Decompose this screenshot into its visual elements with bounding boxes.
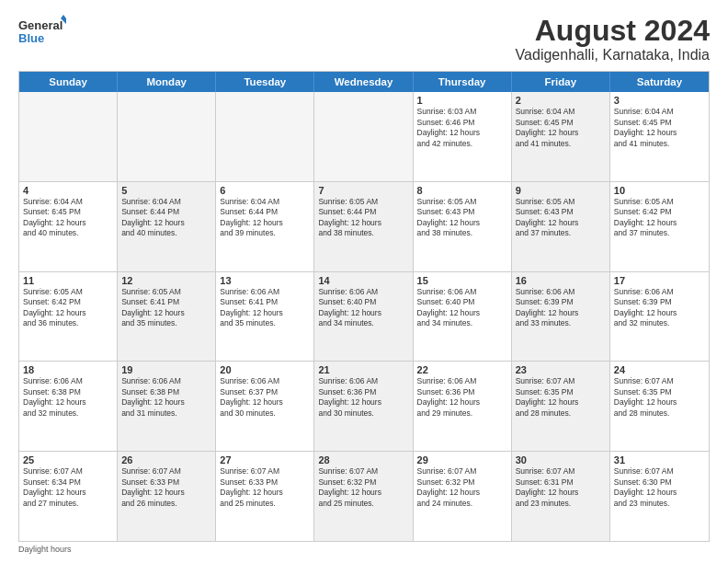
calendar-cell: 26Sunrise: 6:07 AM Sunset: 6:33 PM Dayli… [118,452,216,541]
calendar-cell: 29Sunrise: 6:07 AM Sunset: 6:32 PM Dayli… [414,452,512,541]
day-number: 12 [121,275,211,286]
day-info: Sunrise: 6:04 AM Sunset: 6:45 PM Dayligh… [516,107,606,149]
day-number: 24 [614,364,705,375]
day-number: 3 [614,95,705,106]
day-number: 20 [220,364,310,375]
calendar-week-row: 1Sunrise: 6:03 AM Sunset: 6:46 PM Daylig… [19,92,709,182]
day-number: 9 [516,185,606,196]
day-number: 29 [417,454,507,465]
calendar-cell: 18Sunrise: 6:06 AM Sunset: 6:38 PM Dayli… [19,362,118,451]
calendar-cell: 11Sunrise: 6:05 AM Sunset: 6:42 PM Dayli… [19,272,118,362]
calendar-cell: 3Sunrise: 6:04 AM Sunset: 6:45 PM Daylig… [610,92,709,181]
calendar-cell [19,92,118,181]
calendar-cell: 1Sunrise: 6:03 AM Sunset: 6:46 PM Daylig… [414,92,512,181]
calendar-cell: 17Sunrise: 6:06 AM Sunset: 6:39 PM Dayli… [610,272,709,362]
calendar-week-row: 25Sunrise: 6:07 AM Sunset: 6:34 PM Dayli… [19,452,709,541]
day-info: Sunrise: 6:05 AM Sunset: 6:43 PM Dayligh… [516,197,606,239]
calendar-cell: 30Sunrise: 6:07 AM Sunset: 6:31 PM Dayli… [512,452,610,541]
day-number: 21 [318,364,408,375]
day-number: 4 [23,185,113,196]
weekday-header: Monday [118,72,216,92]
day-info: Sunrise: 6:06 AM Sunset: 6:38 PM Dayligh… [121,376,211,419]
day-number: 26 [121,454,211,465]
day-info: Sunrise: 6:07 AM Sunset: 6:32 PM Dayligh… [318,466,408,509]
day-number: 17 [614,275,705,286]
calendar-cell: 22Sunrise: 6:06 AM Sunset: 6:36 PM Dayli… [414,362,512,451]
calendar: SundayMondayTuesdayWednesdayThursdayFrid… [18,71,710,542]
day-number: 19 [121,364,211,375]
calendar-cell: 19Sunrise: 6:06 AM Sunset: 6:38 PM Dayli… [118,362,216,451]
day-number: 22 [417,364,507,375]
svg-marker-2 [61,15,66,18]
day-info: Sunrise: 6:05 AM Sunset: 6:41 PM Dayligh… [121,287,211,329]
weekday-header: Thursday [414,72,512,92]
day-number: 11 [23,275,113,286]
day-number: 23 [516,364,606,375]
day-info: Sunrise: 6:07 AM Sunset: 6:31 PM Dayligh… [516,466,606,509]
day-info: Sunrise: 6:07 AM Sunset: 6:35 PM Dayligh… [614,376,705,419]
calendar-cell: 14Sunrise: 6:06 AM Sunset: 6:40 PM Dayli… [314,272,413,362]
day-info: Sunrise: 6:06 AM Sunset: 6:37 PM Dayligh… [220,376,310,419]
footer-note: Daylight hours [18,545,710,554]
day-info: Sunrise: 6:06 AM Sunset: 6:41 PM Dayligh… [220,287,310,329]
weekday-header: Saturday [610,72,709,92]
calendar-cell: 27Sunrise: 6:07 AM Sunset: 6:33 PM Dayli… [216,452,314,541]
day-info: Sunrise: 6:03 AM Sunset: 6:46 PM Dayligh… [417,107,507,149]
calendar-cell: 9Sunrise: 6:05 AM Sunset: 6:43 PM Daylig… [512,182,610,271]
svg-text:Blue: Blue [18,31,44,45]
calendar-cell [118,92,216,181]
day-number: 18 [23,364,113,375]
calendar-cell: 20Sunrise: 6:06 AM Sunset: 6:37 PM Dayli… [216,362,314,451]
day-info: Sunrise: 6:06 AM Sunset: 6:36 PM Dayligh… [318,376,408,419]
day-info: Sunrise: 6:04 AM Sunset: 6:45 PM Dayligh… [614,107,705,149]
day-info: Sunrise: 6:07 AM Sunset: 6:34 PM Dayligh… [23,466,113,509]
title-block: August 2024 Vadigenhalli, Karnataka, Ind… [516,15,710,63]
day-info: Sunrise: 6:04 AM Sunset: 6:44 PM Dayligh… [220,197,310,239]
day-info: Sunrise: 6:06 AM Sunset: 6:39 PM Dayligh… [614,287,705,329]
page: General Blue August 2024 Vadigenhalli, K… [0,0,728,563]
day-number: 8 [417,185,507,196]
day-info: Sunrise: 6:07 AM Sunset: 6:30 PM Dayligh… [614,466,705,509]
day-number: 6 [220,185,310,196]
day-info: Sunrise: 6:05 AM Sunset: 6:42 PM Dayligh… [23,287,113,329]
calendar-cell: 16Sunrise: 6:06 AM Sunset: 6:39 PM Dayli… [512,272,610,362]
calendar-cell: 7Sunrise: 6:05 AM Sunset: 6:44 PM Daylig… [314,182,413,271]
svg-text:General: General [18,18,63,32]
calendar-cell [216,92,314,181]
calendar-cell: 31Sunrise: 6:07 AM Sunset: 6:30 PM Dayli… [610,452,709,541]
calendar-cell: 21Sunrise: 6:06 AM Sunset: 6:36 PM Dayli… [314,362,413,451]
day-number: 13 [220,275,310,286]
day-info: Sunrise: 6:06 AM Sunset: 6:38 PM Dayligh… [23,376,113,419]
day-info: Sunrise: 6:05 AM Sunset: 6:44 PM Dayligh… [318,197,408,239]
day-info: Sunrise: 6:07 AM Sunset: 6:32 PM Dayligh… [417,466,507,509]
page-title: August 2024 [516,15,710,47]
weekday-header: Sunday [19,72,118,92]
header: General Blue August 2024 Vadigenhalli, K… [18,15,710,63]
calendar-header: SundayMondayTuesdayWednesdayThursdayFrid… [19,72,709,92]
day-info: Sunrise: 6:05 AM Sunset: 6:43 PM Dayligh… [417,197,507,239]
day-number: 2 [516,95,606,106]
day-info: Sunrise: 6:05 AM Sunset: 6:42 PM Dayligh… [614,197,705,239]
page-subtitle: Vadigenhalli, Karnataka, India [516,47,710,63]
calendar-cell: 23Sunrise: 6:07 AM Sunset: 6:35 PM Dayli… [512,362,610,451]
day-number: 1 [417,95,507,106]
calendar-week-row: 18Sunrise: 6:06 AM Sunset: 6:38 PM Dayli… [19,362,709,452]
calendar-cell [314,92,413,181]
day-info: Sunrise: 6:07 AM Sunset: 6:33 PM Dayligh… [121,466,211,509]
calendar-body: 1Sunrise: 6:03 AM Sunset: 6:46 PM Daylig… [19,92,709,541]
day-number: 15 [417,275,507,286]
day-info: Sunrise: 6:06 AM Sunset: 6:36 PM Dayligh… [417,376,507,419]
weekday-header: Wednesday [314,72,413,92]
weekday-header: Friday [512,72,610,92]
calendar-cell: 12Sunrise: 6:05 AM Sunset: 6:41 PM Dayli… [118,272,216,362]
calendar-cell: 15Sunrise: 6:06 AM Sunset: 6:40 PM Dayli… [414,272,512,362]
day-number: 28 [318,454,408,465]
day-info: Sunrise: 6:04 AM Sunset: 6:45 PM Dayligh… [23,197,113,239]
day-number: 31 [614,454,705,465]
logo-svg: General Blue [18,15,66,50]
day-number: 16 [516,275,606,286]
calendar-week-row: 4Sunrise: 6:04 AM Sunset: 6:45 PM Daylig… [19,182,709,272]
calendar-cell: 2Sunrise: 6:04 AM Sunset: 6:45 PM Daylig… [512,92,610,181]
day-number: 10 [614,185,705,196]
day-number: 7 [318,185,408,196]
